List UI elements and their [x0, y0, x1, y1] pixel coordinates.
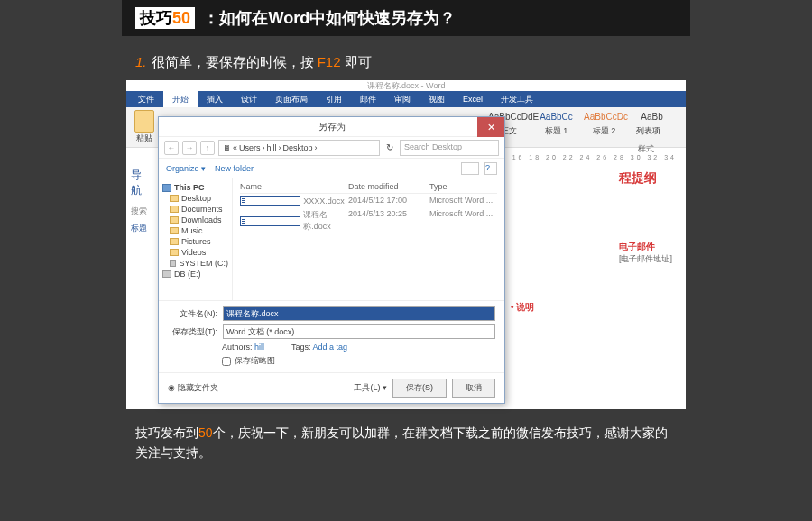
thumbnail-checkbox[interactable] — [222, 357, 231, 366]
file-row[interactable]: 课程名称.docx 2014/5/13 20:25 Microsoft Word… — [240, 207, 497, 234]
tip-badge: 技巧50 — [135, 7, 195, 29]
instruction-line: 1.很简单，要保存的时候，按 F12 即可 — [135, 54, 690, 71]
word-doc-icon — [240, 196, 300, 206]
tab-mail[interactable]: 邮件 — [351, 91, 385, 108]
view-button[interactable] — [461, 162, 479, 175]
tab-dev[interactable]: 开发工具 — [492, 91, 542, 108]
col-date[interactable]: Date modified — [348, 182, 429, 191]
filename-label: 文件名(N): — [168, 308, 217, 320]
cancel-button[interactable]: 取消 — [452, 379, 495, 398]
tab-insert[interactable]: 插入 — [198, 91, 232, 108]
save-button[interactable]: 保存(S) — [392, 379, 447, 398]
styles-gallery[interactable]: AaBbCcDdE正文 AaBbCc标题 1 AaBbCcDc标题 2 AaBb… — [488, 112, 672, 137]
pc-icon — [162, 184, 171, 192]
drive-icon — [170, 260, 176, 267]
word-titlebar: 课程名称.docx - Word — [126, 80, 686, 91]
tab-design[interactable]: 设计 — [232, 91, 266, 108]
paste-button[interactable]: 粘贴 — [131, 110, 158, 144]
save-as-dialog: 另存为 ✕ ← → ↑ 🖥 « Users › hill › Desktop ›… — [158, 116, 505, 404]
filetype-label: 保存类型(T): — [168, 326, 217, 338]
help-button[interactable]: ? — [484, 162, 497, 175]
tab-view[interactable]: 视图 — [420, 91, 454, 108]
filetype-select[interactable]: Word 文档 (*.docx) — [223, 324, 495, 339]
ruler: 16 18 20 22 24 26 28 30 32 34 — [512, 154, 677, 160]
ribbon-tabs: 文件 开始 插入 设计 页面布局 引用 邮件 审阅 视图 Excel 开发工具 — [126, 91, 686, 107]
word-doc-icon — [240, 216, 300, 226]
folder-icon — [170, 227, 179, 234]
filename-input[interactable]: 课程名称.docx — [223, 306, 495, 321]
col-type[interactable]: Type — [429, 182, 497, 191]
sidebar-tree[interactable]: This PC Desktop Documents Downloads Musi… — [159, 178, 233, 300]
folder-icon — [170, 206, 179, 213]
organize-button[interactable]: Organize ▾ — [166, 164, 206, 173]
search-input[interactable]: Search Desktop — [400, 140, 499, 156]
new-folder-button[interactable]: New folder — [215, 164, 254, 173]
close-button[interactable]: ✕ — [477, 117, 504, 137]
title-text: ：如何在Word中如何快速另存为？ — [203, 9, 456, 27]
tab-layout[interactable]: 页面布局 — [266, 91, 317, 108]
folder-icon — [170, 249, 179, 256]
up-button[interactable]: ↑ — [200, 141, 215, 155]
author-value[interactable]: hill — [254, 343, 264, 352]
document-background: 程提纲 电子邮件 [电子邮件地址] • 说明 — [619, 170, 672, 314]
tags-value[interactable]: Add a tag — [313, 343, 348, 352]
tab-file[interactable]: 文件 — [129, 91, 163, 108]
file-row[interactable]: XXXX.docx 2014/5/12 17:00 Microsoft Word… — [240, 194, 497, 207]
word-screenshot: 课程名称.docx - Word 文件 开始 插入 设计 页面布局 引用 邮件 … — [126, 80, 686, 409]
drive-icon — [162, 270, 171, 278]
tab-review[interactable]: 审阅 — [385, 91, 420, 108]
dialog-toolbar: Organize ▾ New folder ? — [159, 159, 504, 178]
footer-text: 技巧发布到50个，庆祝一下，新朋友可以加群，在群文档下载之前的微信发布技巧，感谢… — [122, 423, 690, 463]
tools-button[interactable]: 工具(L) ▾ — [354, 382, 387, 394]
clipboard-icon — [134, 110, 154, 133]
pc-icon: 🖥 — [223, 143, 231, 152]
title-bar: 技巧50 ：如何在Word中如何快速另存为？ — [122, 0, 690, 36]
forward-button[interactable]: → — [182, 141, 197, 155]
address-bar: ← → ↑ 🖥 « Users › hill › Desktop › ↻ Sea… — [159, 137, 504, 159]
styles-label: 样式 — [638, 143, 654, 155]
folder-icon — [170, 216, 179, 224]
hide-folders-button[interactable]: ◉ 隐藏文件夹 — [168, 382, 218, 394]
tab-home[interactable]: 开始 — [163, 91, 198, 108]
back-button[interactable]: ← — [164, 141, 179, 155]
folder-icon — [170, 238, 179, 245]
navigation-pane: 导航 搜索 标题 — [126, 163, 153, 239]
folder-icon — [170, 195, 179, 202]
dialog-titlebar: 另存为 ✕ — [159, 117, 504, 137]
col-name[interactable]: Name — [240, 182, 348, 191]
tab-excel[interactable]: Excel — [454, 92, 492, 106]
file-list[interactable]: Name Date modified Type XXXX.docx 2014/5… — [233, 178, 504, 300]
thumbnail-label: 保存缩略图 — [235, 355, 275, 367]
tab-ref[interactable]: 引用 — [317, 91, 351, 108]
breadcrumb[interactable]: 🖥 « Users › hill › Desktop › — [218, 140, 380, 156]
